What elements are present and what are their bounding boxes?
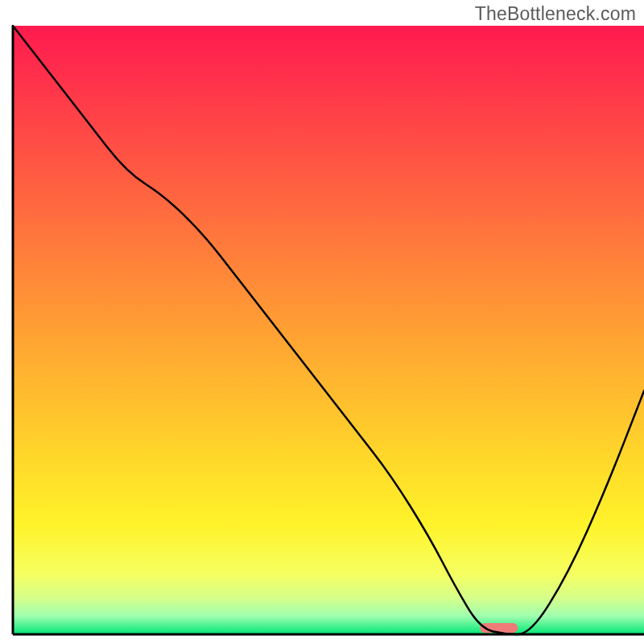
bottleneck-chart [0, 0, 644, 644]
plot-background [13, 26, 644, 634]
chart-container: TheBottleneck.com [0, 0, 644, 644]
